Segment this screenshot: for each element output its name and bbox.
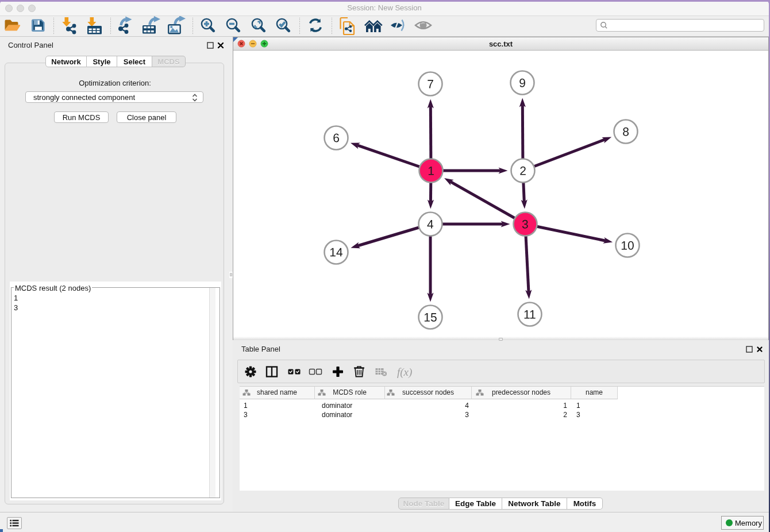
svg-text:f(x): f(x) [397,366,412,379]
svg-text:2: 2 [519,164,526,178]
svg-text:4: 4 [427,217,434,230]
svg-text:6: 6 [333,131,340,144]
svg-text:1: 1 [428,164,434,177]
svg-text:7: 7 [427,77,434,90]
svg-text:11: 11 [523,308,536,321]
svg-text:15: 15 [424,310,437,323]
svg-text:8: 8 [622,125,629,138]
svg-text:3: 3 [522,218,529,231]
svg-text:10: 10 [621,239,634,252]
svg-text:9: 9 [519,76,526,90]
svg-text:14: 14 [329,245,343,259]
